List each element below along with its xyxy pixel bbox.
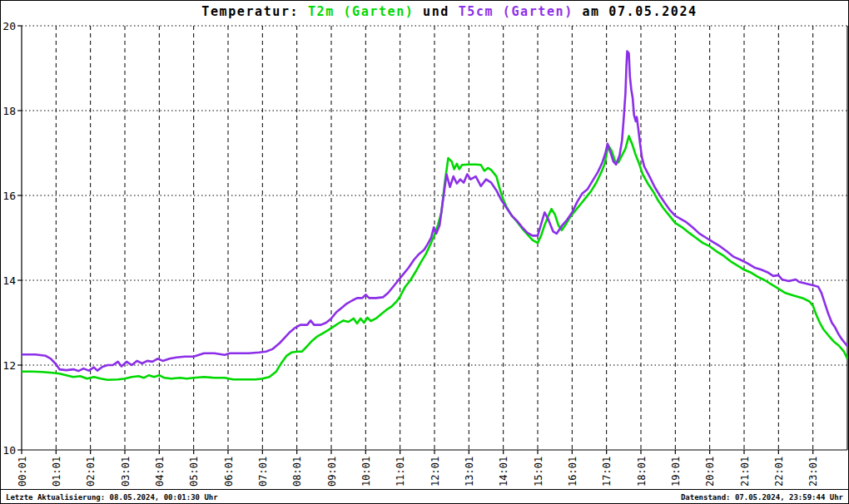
svg-text:18: 18 <box>2 105 16 117</box>
svg-text:12: 12 <box>2 359 16 372</box>
svg-text:07:01: 07:01 <box>257 457 269 487</box>
last-update-text: Letzte Aktualisierung: 08.05.2024, 00:01… <box>6 493 218 502</box>
svg-text:14: 14 <box>2 274 16 287</box>
svg-text:10: 10 <box>2 444 16 457</box>
svg-text:16: 16 <box>2 190 16 202</box>
svg-text:04:01: 04:01 <box>154 457 166 487</box>
weather-chart-window: Temperatur: T2m (Garten) und T5cm (Garte… <box>0 0 849 504</box>
svg-text:20: 20 <box>2 20 16 32</box>
svg-text:21:01: 21:01 <box>739 457 751 487</box>
svg-text:01:01: 01:01 <box>51 457 62 487</box>
svg-text:19:01: 19:01 <box>670 457 682 487</box>
svg-text:17:01: 17:01 <box>601 457 613 487</box>
svg-text:06:01: 06:01 <box>223 457 235 487</box>
svg-text:18:01: 18:01 <box>636 457 648 487</box>
svg-text:02:01: 02:01 <box>85 457 97 487</box>
svg-text:08:01: 08:01 <box>291 457 303 487</box>
temperature-plot: 10121416182000:0101:0102:0103:0104:0105:… <box>1 1 848 488</box>
svg-text:14:01: 14:01 <box>498 457 509 487</box>
svg-text:23:01: 23:01 <box>807 457 819 487</box>
data-timestamp-text: Datenstand: 07.05.2024, 23:59:44 Uhr <box>681 493 843 502</box>
svg-text:11:01: 11:01 <box>395 457 406 487</box>
svg-text:13:01: 13:01 <box>464 457 475 487</box>
svg-text:12:01: 12:01 <box>429 457 441 487</box>
footer: Letzte Aktualisierung: 08.05.2024, 00:01… <box>6 493 843 502</box>
svg-text:20:01: 20:01 <box>704 457 716 487</box>
svg-text:22:01: 22:01 <box>773 457 785 487</box>
footer-separator <box>1 489 848 490</box>
series-t5cm-garten- <box>22 52 847 372</box>
svg-text:10:01: 10:01 <box>360 457 372 487</box>
svg-text:09:01: 09:01 <box>326 457 338 487</box>
svg-text:05:01: 05:01 <box>188 457 200 487</box>
svg-text:03:01: 03:01 <box>120 457 132 487</box>
svg-text:16:01: 16:01 <box>567 457 578 487</box>
svg-text:00:01: 00:01 <box>17 457 28 487</box>
svg-text:15:01: 15:01 <box>533 457 544 487</box>
